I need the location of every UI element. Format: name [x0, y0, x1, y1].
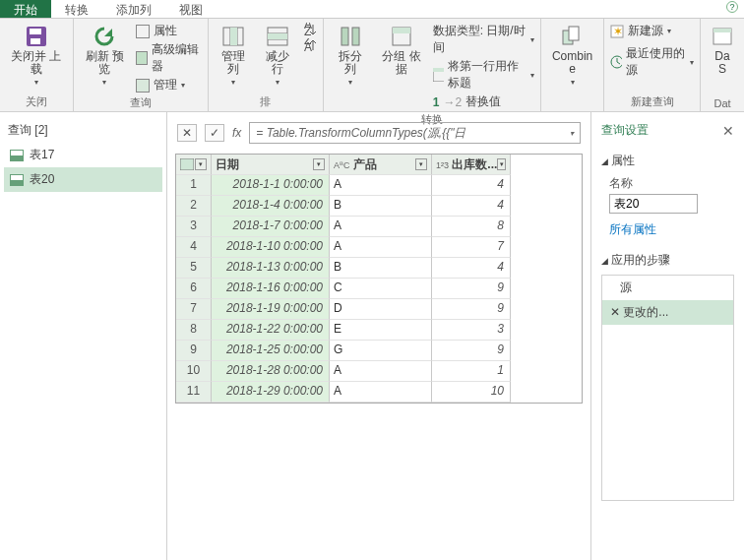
cell-qty[interactable]: 3 — [432, 320, 511, 341]
cell-qty[interactable]: 7 — [432, 237, 511, 258]
properties-button[interactable]: 属性 — [136, 23, 201, 39]
split-icon — [339, 25, 362, 48]
cell-qty[interactable]: 1 — [432, 361, 511, 382]
rownum-header[interactable]: ▾ — [176, 155, 212, 175]
recent-source-button[interactable]: 最近使用的源 ▾ — [610, 45, 694, 79]
tab-transform[interactable]: 转换 — [51, 0, 102, 18]
cell-product[interactable]: E — [330, 320, 432, 341]
cell-product[interactable]: B — [330, 196, 432, 217]
table-row[interactable]: 52018-1-13 0:00:00B4 — [176, 258, 582, 279]
cell-product[interactable]: A — [330, 237, 432, 258]
column-header[interactable]: 1²3 出库数...▾ — [432, 155, 511, 175]
fx-accept-button[interactable]: ✓ — [205, 124, 224, 142]
table-row[interactable]: 112018-1-29 0:00:00A10 — [176, 382, 582, 403]
nav-query-item[interactable]: 表20 — [4, 167, 162, 192]
cell-qty[interactable]: 9 — [432, 299, 511, 320]
cell-product[interactable]: A — [330, 382, 432, 403]
svg-rect-6 — [230, 28, 237, 45]
row-number: 8 — [176, 320, 212, 341]
applied-step[interactable]: ✕ 更改的... — [602, 300, 733, 325]
cell-qty[interactable]: 10 — [432, 382, 511, 403]
cell-date[interactable]: 2018-1-28 0:00:00 — [212, 361, 330, 382]
cell-qty[interactable]: 9 — [432, 341, 511, 361]
reduce-rows-button[interactable]: 减少 行▾ — [259, 23, 297, 89]
cell-date[interactable]: 2018-1-10 0:00:00 — [212, 237, 330, 258]
cell-product[interactable]: A — [330, 217, 432, 237]
tab-home[interactable]: 开始 — [0, 0, 51, 18]
cell-date[interactable]: 2018-1-13 0:00:00 — [212, 258, 330, 279]
svg-rect-27 — [713, 29, 731, 32]
cell-date[interactable]: 2018-1-25 0:00:00 — [212, 341, 330, 361]
cell-product[interactable]: A — [330, 175, 432, 196]
svg-point-25 — [611, 56, 622, 68]
cell-qty[interactable]: 8 — [432, 217, 511, 237]
manage-button[interactable]: 管理 ▾ — [136, 77, 201, 93]
cell-product[interactable]: A — [330, 361, 432, 382]
new-source-button[interactable]: ✶新建源 ▾ — [610, 23, 694, 39]
table-row[interactable]: 62018-1-16 0:00:00C9 — [176, 279, 582, 299]
tab-view[interactable]: 视图 — [165, 0, 217, 18]
props-section-header[interactable]: 属性 — [601, 153, 734, 169]
cell-product[interactable]: G — [330, 341, 432, 361]
row-number: 1 — [176, 175, 212, 196]
tab-addcol[interactable]: 添加列 — [102, 0, 165, 18]
all-props-link[interactable]: 所有属性 — [609, 221, 734, 238]
group-by-button[interactable]: 分组 依据 — [376, 23, 426, 78]
cell-qty[interactable]: 4 — [432, 175, 511, 196]
row-number: 2 — [176, 196, 212, 217]
formula-input[interactable]: = Table.TransformColumnTypes(源,{{"日▾ — [249, 122, 581, 144]
chevron-down-icon[interactable]: ▾ — [570, 129, 574, 138]
sort-desc-button[interactable]: ZA — [303, 38, 317, 52]
table-row[interactable]: 32018-1-7 0:00:00A8 — [176, 217, 582, 237]
cell-qty[interactable]: 4 — [432, 196, 511, 217]
refresh-button[interactable]: 刷新 预览▾ — [80, 23, 131, 89]
help-badge[interactable]: ? — [726, 1, 738, 13]
split-column-button[interactable]: 拆分 列▾ — [330, 23, 370, 89]
row-number: 9 — [176, 341, 212, 361]
data-button[interactable]: Da S — [707, 23, 738, 78]
cell-date[interactable]: 2018-1-1 0:00:00 — [212, 175, 330, 196]
close-icon[interactable]: ✕ — [722, 123, 734, 139]
sort-asc-button[interactable]: AZ — [303, 23, 317, 36]
first-row-header-button[interactable]: 将第一行用作标题 ▾ — [433, 58, 534, 92]
settings-title: 查询设置 — [601, 122, 649, 139]
query-name-input[interactable] — [609, 194, 698, 214]
column-header[interactable]: 日期▾ — [212, 155, 330, 175]
filter-dropdown-icon[interactable]: ▾ — [313, 158, 325, 170]
table-row[interactable]: 12018-1-1 0:00:00A4 — [176, 175, 582, 196]
nav-item-label: 表17 — [30, 147, 54, 163]
column-header[interactable]: AᴮC 产品▾ — [330, 155, 432, 175]
cell-date[interactable]: 2018-1-22 0:00:00 — [212, 320, 330, 341]
cell-qty[interactable]: 4 — [432, 258, 511, 279]
rows-icon — [266, 25, 289, 48]
table-row[interactable]: 72018-1-19 0:00:00D9 — [176, 299, 582, 320]
query-nav: 查询 [2] 表17表20 — [0, 112, 167, 560]
close-load-button[interactable]: 关闭并 上载▾ — [6, 23, 67, 89]
table-row[interactable]: 42018-1-10 0:00:00A7 — [176, 237, 582, 258]
cell-date[interactable]: 2018-1-7 0:00:00 — [212, 217, 330, 237]
table-row[interactable]: 92018-1-25 0:00:00G9 — [176, 341, 582, 361]
cell-date[interactable]: 2018-1-29 0:00:00 — [212, 382, 330, 403]
filter-dropdown-icon[interactable]: ▾ — [415, 158, 427, 170]
cell-product[interactable]: D — [330, 299, 432, 320]
cell-date[interactable]: 2018-1-16 0:00:00 — [212, 279, 330, 299]
advanced-editor-button[interactable]: 高级编辑器 — [136, 41, 201, 75]
datatype-button[interactable]: 数据类型: 日期/时间 ▾ — [433, 23, 534, 56]
cell-product[interactable]: C — [330, 279, 432, 299]
fx-cancel-button[interactable]: ✕ — [177, 124, 197, 142]
table-row[interactable]: 82018-1-22 0:00:00E3 — [176, 320, 582, 341]
steps-section-header[interactable]: 应用的步骤 — [601, 252, 734, 269]
cell-product[interactable]: B — [330, 258, 432, 279]
combine-button[interactable]: Combin e▾ — [547, 23, 597, 89]
replace-values-button[interactable]: 1→2 替换值 — [433, 93, 534, 110]
manage-columns-button[interactable]: 管理 列▾ — [215, 23, 253, 89]
filter-dropdown-icon[interactable]: ▾ — [497, 158, 506, 170]
cell-date[interactable]: 2018-1-19 0:00:00 — [212, 299, 330, 320]
filter-dropdown-icon[interactable]: ▾ — [195, 158, 207, 170]
nav-query-item[interactable]: 表17 — [4, 143, 162, 167]
cell-date[interactable]: 2018-1-4 0:00:00 — [212, 196, 330, 217]
applied-step[interactable]: 源 — [602, 276, 733, 300]
table-row[interactable]: 22018-1-4 0:00:00B4 — [176, 196, 582, 217]
table-row[interactable]: 102018-1-28 0:00:00A1 — [176, 361, 582, 382]
cell-qty[interactable]: 9 — [432, 279, 511, 299]
